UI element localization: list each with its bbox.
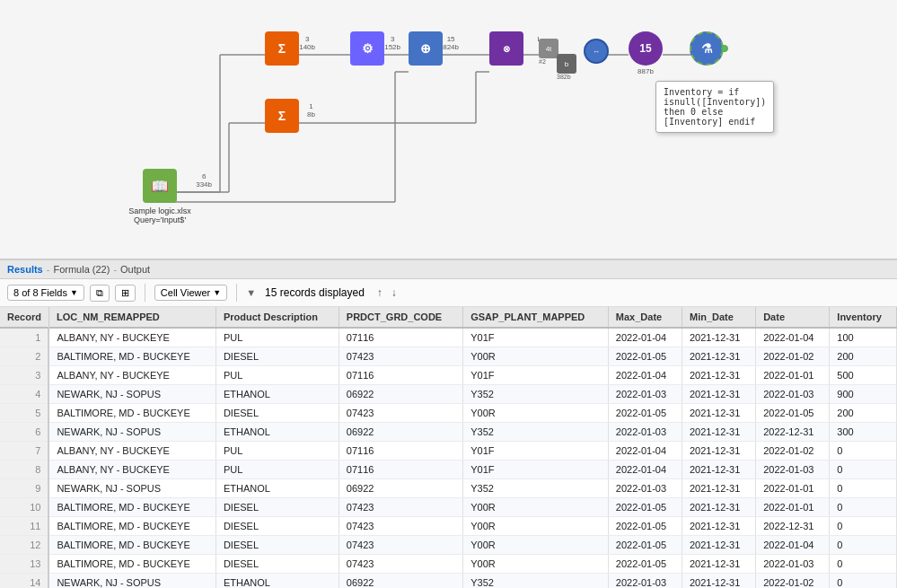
cell-inventory: 200 — [830, 347, 897, 366]
table-row[interactable]: 3ALBANY, NY - BUCKEYEPUL07116Y01F2022-01… — [0, 366, 897, 385]
cell-max-date: 2022-01-04 — [608, 328, 682, 347]
node-small1[interactable]: 4t #2 — [539, 39, 558, 58]
cell-gsap-plant-mapped: Y01F — [463, 442, 609, 461]
cell-min-date: 2021-12-31 — [682, 574, 755, 589]
cell-min-date: 2021-12-31 — [682, 347, 755, 366]
table-row[interactable]: 8ALBANY, NY - BUCKEYEPUL07116Y01F2022-01… — [0, 461, 897, 479]
col-header-product[interactable]: Product Description — [215, 307, 339, 328]
chevron-down-icon: ▼ — [70, 288, 78, 297]
col-header-mindate[interactable]: Min_Date — [682, 307, 755, 328]
node-summarize2[interactable]: Σ 1 8b — [265, 99, 299, 133]
row-number: 11 — [0, 517, 48, 536]
cell-date: 2022-01-04 — [756, 328, 830, 347]
table-row[interactable]: 13BALTIMORE, MD - BUCKEYEDIESEL07423Y00R… — [0, 555, 897, 574]
sort-up-btn[interactable]: ↑ — [375, 286, 384, 299]
col-header-maxdate[interactable]: Max_Date — [608, 307, 682, 328]
tab-output[interactable]: Output — [120, 264, 150, 275]
tab-results[interactable]: Results — [7, 264, 43, 275]
cell-product-description: ETHANOL — [215, 423, 339, 442]
cell-loc-nm-remapped: NEWARK, NJ - SOPUS — [48, 385, 215, 404]
cell-max-date: 2022-01-04 — [608, 461, 682, 479]
row-number: 13 — [0, 555, 48, 574]
node-formula1[interactable]: 15 887b — [629, 31, 663, 66]
cell-min-date: 2021-12-31 — [682, 555, 755, 574]
cell-min-date: 2021-12-31 — [682, 385, 755, 404]
cell-min-date: 2021-12-31 — [682, 479, 755, 498]
node-config1[interactable]: ⚙ 3 152b — [350, 31, 384, 66]
cell-prdct-grd-code: 07423 — [339, 517, 462, 536]
node-input1[interactable]: 📖 6 334b Sample logic.xlsx Query='Input$… — [124, 169, 196, 224]
col-header-date[interactable]: Date — [756, 307, 830, 328]
table-icon-btn[interactable]: ⊞ — [115, 285, 136, 302]
row-number: 8 — [0, 461, 48, 479]
table-row[interactable]: 2BALTIMORE, MD - BUCKEYEDIESEL07423Y00R2… — [0, 347, 897, 366]
cell-inventory: 300 — [830, 423, 897, 442]
cell-prdct-grd-code: 06922 — [339, 574, 462, 589]
table-row[interactable]: 12BALTIMORE, MD - BUCKEYEDIESEL07423Y00R… — [0, 536, 897, 555]
cell-product-description: DIESEL — [215, 517, 339, 536]
col-header-inventory[interactable]: Inventory — [830, 307, 897, 328]
cell-viewer-chevron: ▼ — [213, 288, 221, 297]
cell-gsap-plant-mapped: Y352 — [463, 574, 609, 589]
row-number: 12 — [0, 536, 48, 555]
row-number: 4 — [0, 385, 48, 404]
cell-viewer-label: Cell Viewer — [161, 287, 210, 298]
cell-gsap-plant-mapped: Y00R — [463, 498, 609, 517]
cell-product-description: ETHANOL — [215, 574, 339, 589]
fields-dropdown-btn[interactable]: 8 of 8 Fields ▼ — [7, 285, 84, 301]
cell-inventory: 0 — [830, 536, 897, 555]
table-row[interactable]: 4NEWARK, NJ - SOPUSETHANOL06922Y3522022-… — [0, 385, 897, 404]
cell-gsap-plant-mapped: Y00R — [463, 536, 609, 555]
node-join1[interactable]: ⊗ L — [489, 31, 523, 66]
copy-icon: ⧉ — [96, 287, 103, 299]
cell-prdct-grd-code: 06922 — [339, 385, 462, 404]
node-small2[interactable]: b 382b — [557, 54, 576, 74]
table-row[interactable]: 1ALBANY, NY - BUCKEYEPUL07116Y01F2022-01… — [0, 328, 897, 347]
cell-prdct-grd-code: 07423 — [339, 498, 462, 517]
table-row[interactable]: 7ALBANY, NY - BUCKEYEPUL07116Y01F2022-01… — [0, 442, 897, 461]
col-header-prdct[interactable]: PRDCT_GRD_CODE — [339, 307, 462, 328]
node-summarize1[interactable]: Σ 3 140b — [265, 31, 299, 66]
node-output1[interactable]: ⚗ — [690, 31, 724, 66]
col-header-gsap[interactable]: GSAP_PLANT_MAPPED — [463, 307, 609, 328]
cell-prdct-grd-code: 07116 — [339, 442, 462, 461]
cell-loc-nm-remapped: ALBANY, NY - BUCKEYE — [48, 328, 215, 347]
cell-product-description: DIESEL — [215, 555, 339, 574]
workflow-canvas: Σ 3 140b ⚙ 3 152b ⊕ 15 824b ⊗ L — [0, 0, 897, 260]
table-row[interactable]: 9NEWARK, NJ - SOPUSETHANOL06922Y3522022-… — [0, 479, 897, 498]
table-row[interactable]: 5BALTIMORE, MD - BUCKEYEDIESEL07423Y00R2… — [0, 404, 897, 423]
cell-date: 2022-01-02 — [756, 442, 830, 461]
cell-loc-nm-remapped: BALTIMORE, MD - BUCKEYE — [48, 404, 215, 423]
table-row[interactable]: 10BALTIMORE, MD - BUCKEYEDIESEL07423Y00R… — [0, 498, 897, 517]
col-header-loc[interactable]: LOC_NM_REMAPPED — [48, 307, 215, 328]
table-row[interactable]: 11BALTIMORE, MD - BUCKEYEDIESEL07423Y00R… — [0, 517, 897, 536]
cell-loc-nm-remapped: BALTIMORE, MD - BUCKEYE — [48, 517, 215, 536]
cell-inventory: 0 — [830, 574, 897, 589]
cell-min-date: 2021-12-31 — [682, 461, 755, 479]
cell-loc-nm-remapped: BALTIMORE, MD - BUCKEYE — [48, 498, 215, 517]
node-append1[interactable]: ⊕ 15 824b — [409, 31, 443, 66]
cell-product-description: DIESEL — [215, 536, 339, 555]
copy-btn[interactable]: ⧉ — [90, 285, 110, 302]
cell-loc-nm-remapped: NEWARK, NJ - SOPUS — [48, 479, 215, 498]
table-row[interactable]: 14NEWARK, NJ - SOPUSETHANOL06922Y3522022… — [0, 574, 897, 589]
sort-down-btn[interactable]: ↓ — [390, 286, 399, 299]
cell-viewer-btn[interactable]: Cell Viewer ▼ — [154, 285, 227, 301]
cell-prdct-grd-code: 07423 — [339, 404, 462, 423]
cell-loc-nm-remapped: BALTIMORE, MD - BUCKEYE — [48, 555, 215, 574]
table-row[interactable]: 6NEWARK, NJ - SOPUSETHANOL06922Y3522022-… — [0, 423, 897, 442]
cell-max-date: 2022-01-05 — [608, 347, 682, 366]
node-small3[interactable]: ↔ — [584, 39, 609, 64]
row-number: 6 — [0, 423, 48, 442]
records-count-label: 15 records displayed — [265, 286, 365, 299]
cell-date: 2022-01-01 — [756, 498, 830, 517]
cell-min-date: 2021-12-31 — [682, 498, 755, 517]
cell-product-description: ETHANOL — [215, 385, 339, 404]
cell-date: 2022-01-04 — [756, 536, 830, 555]
tab-formula[interactable]: Formula (22) — [53, 264, 110, 275]
cell-prdct-grd-code: 07423 — [339, 555, 462, 574]
cell-product-description: PUL — [215, 442, 339, 461]
cell-max-date: 2022-01-05 — [608, 517, 682, 536]
row-number: 1 — [0, 328, 48, 347]
results-panel: Results - Formula (22) - Output 8 of 8 F… — [0, 260, 897, 588]
